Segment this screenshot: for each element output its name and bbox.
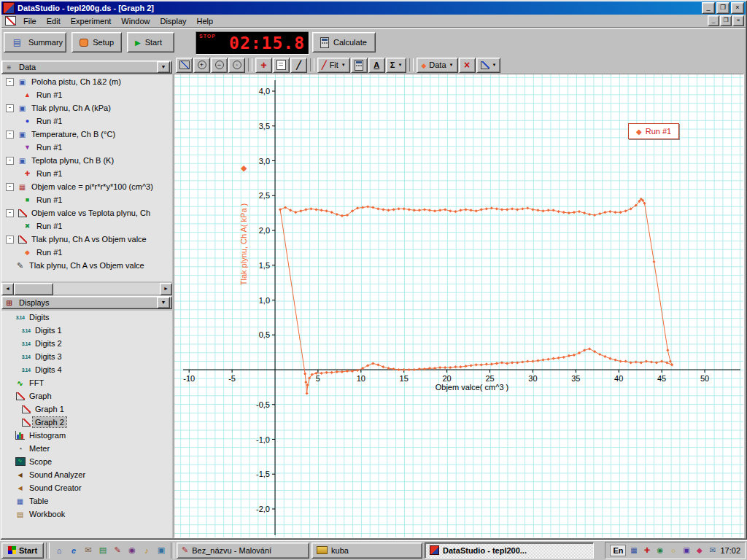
displays-item-graph-1[interactable]: Graph 1 <box>1 402 172 416</box>
displays-item-digits-1[interactable]: Digits 1 <box>1 324 172 337</box>
displays-item-digits-3[interactable]: Digits 3 <box>1 350 172 363</box>
displays-panel-menu-button[interactable]: ▼ <box>157 297 170 308</box>
minimize-button[interactable]: _ <box>702 2 715 14</box>
graph-canvas[interactable]: -10-551015202530354045504,03,53,02,52,01… <box>174 74 744 538</box>
run-item[interactable]: Run #1 <box>1 141 172 154</box>
quicklaunch-icon-8[interactable] <box>155 544 168 557</box>
quicklaunch-icon-4[interactable] <box>96 544 109 557</box>
menu-experiment[interactable]: Experiment <box>66 15 117 27</box>
fit-menu-button[interactable]: Fit ▼ <box>317 58 350 73</box>
setup-button[interactable]: Setup <box>71 32 122 52</box>
zoom-in-button[interactable] <box>193 58 210 73</box>
collapse-icon[interactable] <box>6 236 14 244</box>
collapse-icon[interactable] <box>6 104 14 112</box>
data-item-temperature[interactable]: Temperature, Ch B (°C) <box>1 128 172 141</box>
data-item-objem-valce[interactable]: Objem valce = pi*r*r*y*100 (cm^3) <box>1 180 172 193</box>
keyboard-layout-indicator[interactable]: En <box>610 545 626 556</box>
displays-item-graph-2[interactable]: Graph 2 <box>1 416 172 429</box>
collapse-icon[interactable] <box>6 209 14 217</box>
quicklaunch-icon-5[interactable] <box>111 544 124 557</box>
y-axis-title[interactable]: Tlak plynu, Ch A( kPa ) <box>239 182 248 306</box>
data-item-teplota-plynu[interactable]: Teplota plynu, Ch B (K) <box>1 154 172 167</box>
taskbar-clock[interactable]: 17:02 <box>720 546 740 555</box>
run-item[interactable]: Run #1 <box>1 219 172 233</box>
data-tree-hscrollbar[interactable]: ◄ ► <box>1 283 172 294</box>
run-item[interactable]: Run #1 <box>1 88 172 101</box>
collapse-icon[interactable] <box>6 78 14 86</box>
displays-item-table[interactable]: Table <box>1 494 172 508</box>
task-button-kuba[interactable]: kuba <box>311 542 422 559</box>
mdi-close-button[interactable]: × <box>732 15 744 26</box>
displays-item-meter[interactable]: Meter <box>1 442 172 455</box>
mdi-restore-button[interactable]: ❐ <box>720 15 732 26</box>
data-item-tlak-vs-objem[interactable]: Tlak plynu, Ch A vs Objem valce <box>1 233 172 246</box>
delete-button[interactable] <box>459 58 476 73</box>
quicklaunch-icon-7[interactable] <box>140 544 153 557</box>
mdi-minimize-button[interactable]: _ <box>708 15 719 26</box>
datastudio-app-icon[interactable] <box>3 2 15 14</box>
displays-item-sound-analyzer[interactable]: Sound Analyzer <box>1 468 172 481</box>
tray-icon-7[interactable] <box>707 545 718 556</box>
scrollbar-track[interactable] <box>53 283 160 294</box>
quicklaunch-icon-2[interactable] <box>67 544 80 557</box>
slope-tool-button[interactable] <box>290 58 307 73</box>
run-item[interactable]: Run #1 <box>1 193 172 206</box>
calculator-button[interactable] <box>351 58 368 73</box>
displays-item-scope[interactable]: Scope <box>1 455 172 468</box>
displays-item-histogram[interactable]: Histogram <box>1 429 172 442</box>
quicklaunch-icon-6[interactable] <box>125 544 139 557</box>
x-axis-title[interactable]: Objem valce( cm^3 ) <box>392 383 552 392</box>
tray-icon-2[interactable] <box>641 545 652 556</box>
menu-edit[interactable]: Edit <box>42 15 66 27</box>
summary-button[interactable]: Summary <box>4 32 66 52</box>
data-panel-header[interactable]: Data ▼ <box>1 61 172 74</box>
graph-settings-menu-button[interactable]: ▼ <box>476 58 501 73</box>
displays-item-digits[interactable]: Digits <box>1 311 172 324</box>
displays-item-graph[interactable]: Graph <box>1 389 172 402</box>
zoom-out-button[interactable] <box>211 58 228 73</box>
data-item-poloha-pistu[interactable]: Poloha pistu, Ch 1&2 (m) <box>1 75 172 88</box>
tray-icon-5[interactable] <box>681 545 692 556</box>
start-menu-button[interactable]: Start <box>1 542 44 559</box>
displays-item-sound-creator[interactable]: Sound Creator <box>1 481 172 494</box>
calculate-button[interactable]: Calculate <box>312 32 376 52</box>
data-item-objem-vs-teplota[interactable]: Objem valce vs Teplota plynu, Ch <box>1 206 172 219</box>
scrollbar-thumb[interactable] <box>14 283 53 295</box>
data-item-tlak-plynu[interactable]: Tlak plynu, Ch A (kPa) <box>1 101 172 114</box>
displays-item-digits-2[interactable]: Digits 2 <box>1 337 172 350</box>
tray-icon-1[interactable] <box>628 545 639 556</box>
displays-item-digits-4[interactable]: Digits 4 <box>1 363 172 376</box>
text-tool-button[interactable] <box>368 58 385 73</box>
graph-legend[interactable]: Run #1 <box>628 123 679 139</box>
tray-icon-3[interactable] <box>654 545 665 556</box>
scroll-right-icon[interactable]: ► <box>160 283 172 295</box>
task-button-paint[interactable]: Bez_názvu - Malování <box>177 542 309 559</box>
smart-tool-button[interactable] <box>255 58 272 73</box>
collapse-icon[interactable] <box>6 157 14 165</box>
displays-item-fft[interactable]: FFT <box>1 376 172 389</box>
menu-file[interactable]: File <box>18 15 42 27</box>
run-item[interactable]: Run #1 <box>1 246 172 259</box>
data-menu-button[interactable]: Data ▼ <box>417 58 457 73</box>
menu-help[interactable]: Help <box>192 15 219 27</box>
restore-button[interactable]: ❐ <box>716 2 729 14</box>
data-item-tlak-vs-objem-2[interactable]: Tlak plynu, Ch A vs Objem valce <box>1 259 172 272</box>
note-tool-button[interactable] <box>273 58 290 73</box>
title-bar[interactable]: DataStudio - tepl200g.ds - [Graph 2] _ ❐… <box>1 1 746 15</box>
statistics-menu-button[interactable]: ▼ <box>386 58 407 73</box>
run-item[interactable]: Run #1 <box>1 167 172 180</box>
graph-window-icon[interactable] <box>5 16 16 26</box>
scale-to-fit-button[interactable] <box>176 58 193 73</box>
task-button-datastudio[interactable]: DataStudio - tepl200... <box>425 542 594 559</box>
run-item[interactable]: Run #1 <box>1 114 172 128</box>
collapse-icon[interactable] <box>6 183 14 191</box>
quicklaunch-icon-3[interactable] <box>82 544 95 557</box>
close-button[interactable]: × <box>731 2 744 14</box>
zoom-select-button[interactable] <box>228 58 245 73</box>
menu-window[interactable]: Window <box>116 15 155 27</box>
quicklaunch-icon-1[interactable] <box>53 544 66 557</box>
displays-panel-header[interactable]: Displays ▼ <box>1 296 172 309</box>
displays-item-workbook[interactable]: Workbook <box>1 508 172 521</box>
tray-icon-4[interactable] <box>667 545 678 556</box>
data-panel-menu-button[interactable]: ▼ <box>157 61 170 73</box>
